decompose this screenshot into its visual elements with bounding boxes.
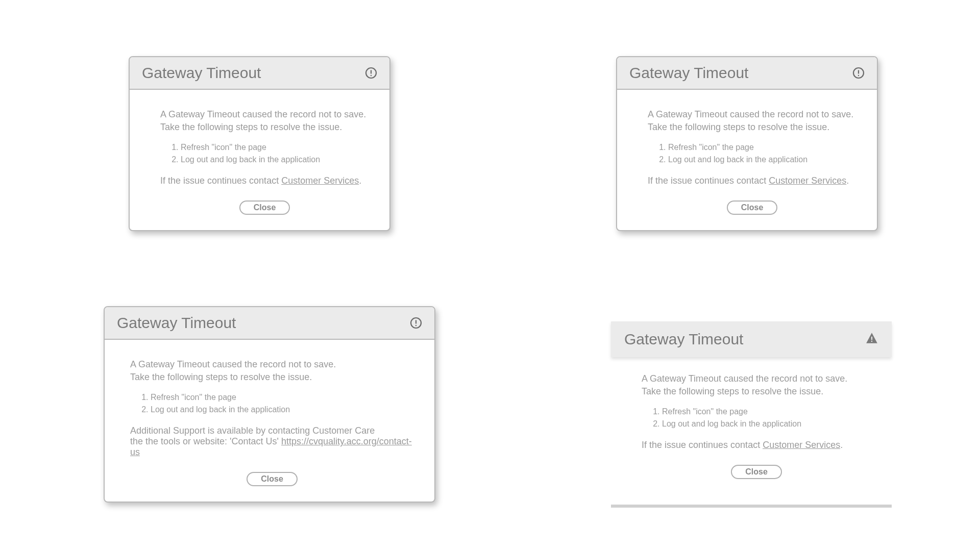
dialog-title: Gateway Timeout	[117, 314, 236, 332]
intro-line: A Gateway Timeout caused the record not …	[642, 372, 871, 385]
dialog-intro: A Gateway Timeout caused the record not …	[642, 372, 871, 398]
divider	[611, 505, 892, 508]
dialog-body: A Gateway Timeout caused the record not …	[105, 340, 434, 502]
customer-services-link[interactable]: Customer Services	[281, 176, 359, 186]
alert-icon	[365, 67, 377, 79]
step-item: Log out and log back in the application	[181, 155, 369, 164]
dialog-title: Gateway Timeout	[142, 64, 261, 82]
footer-suffix: .	[840, 440, 843, 450]
step-item: Log out and log back in the application	[668, 155, 856, 164]
step-item: Refresh "icon" the page	[662, 407, 871, 416]
customer-services-link[interactable]: Customer Services	[763, 440, 840, 450]
dialog-intro: A Gateway Timeout caused the record not …	[648, 108, 856, 134]
dialog-header: Gateway Timeout	[130, 57, 389, 90]
svg-point-5	[858, 75, 859, 76]
intro-line: Take the following steps to resolve the …	[130, 371, 414, 384]
intro-line: Take the following steps to resolve the …	[160, 121, 369, 134]
dialog-title: Gateway Timeout	[624, 331, 743, 348]
dialog-body: A Gateway Timeout caused the record not …	[130, 90, 389, 230]
dialog-header: Gateway Timeout	[611, 321, 892, 357]
footer-suffix: .	[359, 176, 361, 186]
dialog-intro: A Gateway Timeout caused the record not …	[160, 108, 369, 134]
customer-services-link[interactable]: Customer Services	[769, 176, 846, 186]
close-button[interactable]: Close	[239, 201, 290, 215]
intro-line: Take the following steps to resolve the …	[648, 121, 856, 134]
dialog-footer-text: If the issue continues contact Customer …	[648, 176, 856, 186]
step-item: Log out and log back in the application	[151, 405, 414, 414]
intro-line: A Gateway Timeout caused the record not …	[130, 358, 414, 371]
step-item: Refresh "icon" the page	[181, 143, 369, 152]
intro-line: A Gateway Timeout caused the record not …	[648, 108, 856, 121]
dialog-header: Gateway Timeout	[617, 57, 877, 90]
close-button[interactable]: Close	[727, 201, 778, 215]
dialog-header: Gateway Timeout	[105, 307, 434, 340]
footer-suffix: .	[846, 176, 849, 186]
alert-icon	[410, 317, 422, 329]
close-button[interactable]: Close	[731, 465, 782, 479]
footer-prefix: If the issue continues contact	[648, 176, 769, 186]
footer-prefix: If the issue continues contact	[642, 440, 763, 450]
footer-prefix: If the issue continues contact	[160, 176, 281, 186]
close-button[interactable]: Close	[247, 472, 298, 486]
gateway-timeout-dialog-3: Gateway Timeout A Gateway Timeout caused…	[104, 306, 435, 503]
step-item: Log out and log back in the application	[662, 419, 871, 429]
intro-line: A Gateway Timeout caused the record not …	[160, 108, 369, 121]
support-prefix: the the tools or website: 'Contact Us'	[130, 436, 281, 446]
dialog-intro: A Gateway Timeout caused the record not …	[130, 358, 414, 384]
svg-rect-9	[871, 337, 872, 340]
gateway-timeout-dialog-4: Gateway Timeout A Gateway Timeout caused…	[611, 321, 892, 508]
gateway-timeout-dialog-1: Gateway Timeout A Gateway Timeout caused…	[129, 56, 390, 231]
svg-rect-10	[871, 341, 872, 342]
step-item: Refresh "icon" the page	[668, 143, 856, 152]
step-item: Refresh "icon" the page	[151, 393, 414, 402]
dialog-title: Gateway Timeout	[629, 64, 748, 82]
svg-point-8	[415, 325, 416, 326]
dialog-steps: Refresh "icon" the page Log out and log …	[151, 393, 414, 414]
dialog-footer-text: If the issue continues contact Customer …	[160, 176, 369, 186]
intro-line: Take the following steps to resolve the …	[642, 385, 871, 398]
dialog-steps: Refresh "icon" the page Log out and log …	[668, 143, 856, 164]
support-line: Additional Support is available by conta…	[130, 425, 414, 436]
gateway-timeout-dialog-2: Gateway Timeout A Gateway Timeout caused…	[616, 56, 878, 231]
alert-icon	[852, 67, 865, 79]
dialog-steps: Refresh "icon" the page Log out and log …	[662, 407, 871, 429]
dialog-footer-text: Additional Support is available by conta…	[130, 425, 414, 458]
warning-triangle-icon	[865, 332, 878, 347]
dialog-steps: Refresh "icon" the page Log out and log …	[181, 143, 369, 164]
dialog-body: A Gateway Timeout caused the record not …	[617, 90, 877, 230]
dialog-body: A Gateway Timeout caused the record not …	[611, 357, 892, 489]
svg-point-2	[371, 75, 372, 76]
dialog-footer-text: If the issue continues contact Customer …	[642, 440, 871, 450]
